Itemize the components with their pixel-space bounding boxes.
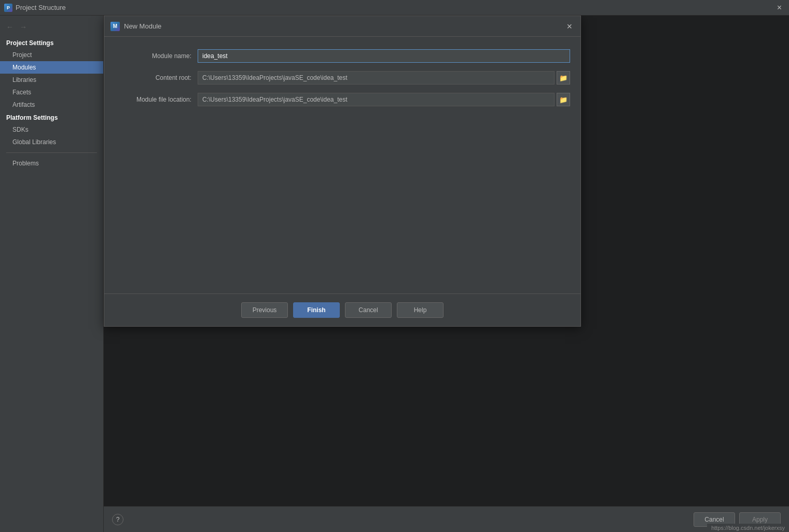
outer-window-title: P Project Structure — [4, 4, 66, 12]
module-file-location-row: Module file location: 📁 — [115, 93, 570, 106]
bottom-bar: ? Cancel Apply — [104, 506, 789, 532]
content-root-input[interactable] — [198, 71, 555, 85]
help-button[interactable]: ? — [112, 514, 123, 525]
nav-back-button[interactable]: ← — [4, 22, 16, 32]
bottom-bar-left: ? — [112, 514, 123, 525]
module-name-label: Module name: — [115, 52, 198, 60]
sidebar-nav-arrows: ← → — [0, 20, 103, 36]
module-file-location-label: Module file location: — [115, 96, 198, 103]
previous-button[interactable]: Previous — [241, 302, 288, 318]
content-root-row: Content root: 📁 — [115, 71, 570, 85]
module-name-input[interactable] — [198, 49, 570, 63]
sidebar-item-project[interactable]: Project — [0, 49, 103, 61]
dialog-icon: M — [110, 22, 120, 31]
dialog-footer: Previous Finish Cancel Help — [104, 293, 580, 326]
content-root-input-wrapper: 📁 — [198, 71, 570, 85]
dialog-help-button[interactable]: Help — [397, 302, 444, 318]
sidebar-item-problems[interactable]: Problems — [0, 157, 103, 170]
sidebar-item-artifacts[interactable]: Artifacts — [0, 99, 103, 111]
dialog-content: Module name: Content root: — [104, 37, 580, 293]
module-name-input-wrapper — [198, 49, 570, 63]
module-name-row: Module name: — [115, 49, 570, 63]
main-layout: ← → Project Settings Project Modules Lib… — [0, 16, 789, 532]
sidebar: ← → Project Settings Project Modules Lib… — [0, 16, 104, 532]
dialog-title-area: M New Module — [110, 22, 161, 31]
new-module-dialog: M New Module × Module name: — [104, 16, 581, 327]
outer-window-title-text: Project Structure — [16, 4, 66, 11]
modal-overlay: M New Module × Module name: — [104, 16, 789, 506]
module-file-location-input-wrapper: 📁 — [198, 93, 570, 106]
finish-button[interactable]: Finish — [293, 302, 340, 318]
nav-forward-button[interactable]: → — [18, 22, 29, 32]
dialog-cancel-button[interactable]: Cancel — [345, 302, 392, 318]
outer-window-icon: P — [4, 4, 12, 12]
dialog-title-text: New Module — [124, 22, 161, 30]
content-root-folder-button[interactable]: 📁 — [557, 71, 570, 85]
module-file-location-input[interactable] — [198, 93, 555, 106]
right-content: M New Module × Module name: — [104, 16, 789, 506]
module-file-location-folder-button[interactable]: 📁 — [557, 93, 570, 106]
content-root-label: Content root: — [115, 74, 198, 81]
outer-close-button[interactable]: × — [774, 2, 785, 13]
url-bar: https://blog.csdn.net/jokerxsy — [707, 524, 789, 532]
dialog-close-button[interactable]: × — [564, 22, 574, 31]
sidebar-item-facets[interactable]: Facets — [0, 86, 103, 99]
sidebar-item-sdks[interactable]: SDKs — [0, 123, 103, 136]
sidebar-item-modules[interactable]: Modules — [0, 61, 103, 74]
dialog-titlebar: M New Module × — [104, 16, 580, 37]
sidebar-item-global-libraries[interactable]: Global Libraries — [0, 136, 103, 148]
platform-settings-label: Platform Settings — [0, 111, 103, 123]
sidebar-item-libraries[interactable]: Libraries — [0, 74, 103, 86]
project-settings-label: Project Settings — [0, 36, 103, 49]
outer-titlebar: P Project Structure × — [0, 0, 789, 16]
sidebar-divider — [6, 152, 97, 153]
